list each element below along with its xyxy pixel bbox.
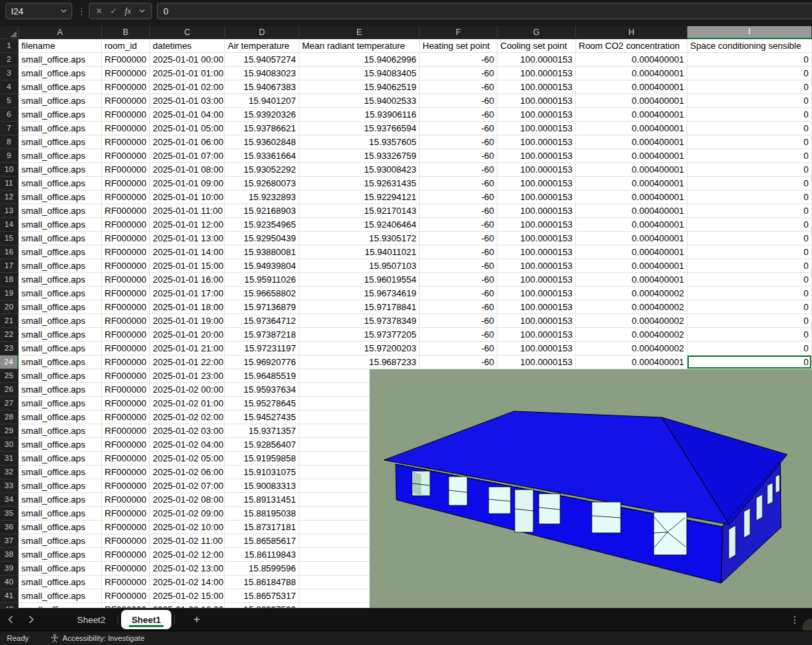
cell-C1[interactable]: datetimes	[150, 39, 225, 53]
formula-input[interactable]: 0	[157, 3, 812, 19]
cell-H13[interactable]: 0.000400001	[576, 204, 687, 218]
cell-E21[interactable]: 15.97378349	[299, 314, 420, 328]
cell-A28[interactable]: small_office.aps	[19, 411, 102, 424]
cell-D6[interactable]: 15.93920326	[225, 108, 299, 122]
accessibility-status[interactable]: Accessibility: Investigate	[50, 634, 145, 643]
cell-G16[interactable]: 100.0000153	[498, 245, 576, 259]
row-header-9[interactable]: 9	[0, 149, 19, 163]
cell-D32[interactable]: 15.91031075	[225, 466, 299, 479]
cell-H23[interactable]: 0.000400002	[576, 342, 687, 356]
cell-B30[interactable]: RF000000	[102, 438, 150, 452]
column-header-B[interactable]: B	[102, 26, 150, 39]
cell-G4[interactable]: 100.0000153	[498, 80, 576, 94]
row-header-26[interactable]: 26	[0, 383, 19, 397]
row-header-28[interactable]: 28	[0, 411, 19, 424]
row-header-35[interactable]: 35	[0, 507, 19, 521]
row-header-39[interactable]: 39	[0, 562, 19, 576]
cell-A21[interactable]: small_office.aps	[19, 314, 102, 328]
cell-D20[interactable]: 15.97136879	[225, 300, 299, 314]
cell-F4[interactable]: -60	[420, 80, 498, 94]
cell-A2[interactable]: small_office.aps	[19, 53, 102, 67]
cell-I1[interactable]: Space conditioning sensible	[687, 39, 812, 53]
cell-C4[interactable]: 2025-01-01 02:00	[150, 80, 225, 94]
cell-D37[interactable]: 15.86585617	[225, 534, 299, 548]
cell-F22[interactable]: -60	[420, 328, 498, 342]
cell-D24[interactable]: 15.96920776	[225, 356, 299, 369]
row-header-37[interactable]: 37	[0, 534, 19, 548]
cell-C28[interactable]: 2025-01-02 02:00	[150, 411, 225, 424]
cell-D27[interactable]: 15.95278645	[225, 397, 299, 411]
cell-F21[interactable]: -60	[420, 314, 498, 328]
cell-E13[interactable]: 15.92170143	[299, 204, 420, 218]
cell-H10[interactable]: 0.000400001	[576, 163, 687, 177]
cell-C27[interactable]: 2025-01-02 01:00	[150, 397, 225, 411]
cell-A26[interactable]: small_office.aps	[19, 383, 102, 397]
row-header-10[interactable]: 10	[0, 163, 19, 177]
row-header-27[interactable]: 27	[0, 397, 19, 411]
cell-A4[interactable]: small_office.aps	[19, 80, 102, 94]
cell-C2[interactable]: 2025-01-01 00:00	[150, 53, 225, 67]
cell-C36[interactable]: 2025-01-02 10:00	[150, 521, 225, 534]
cell-D16[interactable]: 15.93880081	[225, 245, 299, 259]
row-header-6[interactable]: 6	[0, 108, 19, 122]
cell-F15[interactable]: -60	[420, 232, 498, 245]
cell-C18[interactable]: 2025-01-01 16:00	[150, 273, 225, 287]
cell-H3[interactable]: 0.000400001	[576, 67, 687, 80]
cell-I5[interactable]: 0	[687, 94, 812, 108]
row-header-22[interactable]: 22	[0, 328, 19, 342]
cell-F17[interactable]: -60	[420, 259, 498, 273]
cell-I18[interactable]: 0	[687, 273, 812, 287]
row-header-21[interactable]: 21	[0, 314, 19, 328]
row-header-15[interactable]: 15	[0, 232, 19, 245]
cell-C38[interactable]: 2025-01-02 12:00	[150, 548, 225, 562]
cell-E1[interactable]: Mean radiant temperature	[299, 39, 420, 53]
cell-E6[interactable]: 15.93906116	[299, 108, 420, 122]
row-header-3[interactable]: 3	[0, 67, 19, 80]
cell-D25[interactable]: 15.96485519	[225, 369, 299, 383]
cell-G21[interactable]: 100.0000153	[498, 314, 576, 328]
row-header-14[interactable]: 14	[0, 218, 19, 232]
cell-A18[interactable]: small_office.aps	[19, 273, 102, 287]
cell-C19[interactable]: 2025-01-01 17:00	[150, 287, 225, 300]
cell-B10[interactable]: RF000000	[102, 163, 150, 177]
cell-A8[interactable]: small_office.aps	[19, 135, 102, 149]
cell-C8[interactable]: 2025-01-01 06:00	[150, 135, 225, 149]
cell-C39[interactable]: 2025-01-02 13:00	[150, 562, 225, 576]
cell-A20[interactable]: small_office.aps	[19, 300, 102, 314]
cell-C23[interactable]: 2025-01-01 21:00	[150, 342, 225, 356]
cell-F6[interactable]: -60	[420, 108, 498, 122]
cell-G18[interactable]: 100.0000153	[498, 273, 576, 287]
cell-C16[interactable]: 2025-01-01 14:00	[150, 245, 225, 259]
cell-E23[interactable]: 15.97200203	[299, 342, 420, 356]
cell-E9[interactable]: 15.93326759	[299, 149, 420, 163]
row-header-31[interactable]: 31	[0, 452, 19, 466]
cell-I6[interactable]: 0	[687, 108, 812, 122]
row-header-36[interactable]: 36	[0, 521, 19, 534]
cell-D1[interactable]: Air temperature	[225, 39, 299, 53]
cell-D5[interactable]: 15.9401207	[225, 94, 299, 108]
column-header-I[interactable]: I	[687, 26, 812, 39]
cell-B11[interactable]: RF000000	[102, 177, 150, 190]
cell-D3[interactable]: 15.94083023	[225, 67, 299, 80]
cell-G7[interactable]: 100.0000153	[498, 122, 576, 135]
cell-F11[interactable]: -60	[420, 177, 498, 190]
cell-D14[interactable]: 15.92354965	[225, 218, 299, 232]
building-3d-render[interactable]	[370, 369, 812, 608]
row-header-20[interactable]: 20	[0, 300, 19, 314]
row-header-34[interactable]: 34	[0, 493, 19, 507]
cell-F23[interactable]: -60	[420, 342, 498, 356]
cell-B12[interactable]: RF000000	[102, 190, 150, 204]
cell-I15[interactable]: 0	[687, 232, 812, 245]
row-header-1[interactable]: 1	[0, 39, 19, 53]
cell-E10[interactable]: 15.93008423	[299, 163, 420, 177]
cell-B17[interactable]: RF000000	[102, 259, 150, 273]
cell-D2[interactable]: 15.94057274	[225, 53, 299, 67]
cell-F5[interactable]: -60	[420, 94, 498, 108]
cell-B34[interactable]: RF000000	[102, 493, 150, 507]
cell-D18[interactable]: 15.95911026	[225, 273, 299, 287]
column-header-F[interactable]: F	[420, 26, 498, 39]
cell-G5[interactable]: 100.0000153	[498, 94, 576, 108]
row-header-33[interactable]: 33	[0, 479, 19, 493]
cell-A37[interactable]: small_office.aps	[19, 534, 102, 548]
cell-B32[interactable]: RF000000	[102, 466, 150, 479]
